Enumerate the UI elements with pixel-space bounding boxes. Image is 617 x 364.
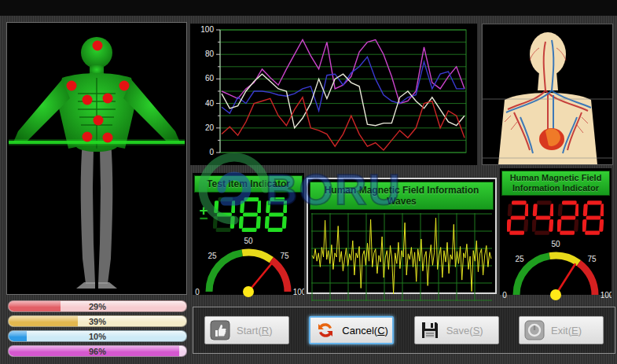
minus-sign: −: [199, 213, 208, 224]
body-xray-image: [7, 23, 186, 294]
svg-text:100: 100: [600, 291, 611, 300]
svg-text:50: 50: [551, 240, 560, 248]
thumb-up-icon: [210, 320, 230, 340]
save-button[interactable]: Save(S): [414, 316, 499, 344]
svg-text:25: 25: [208, 252, 217, 260]
svg-text:75: 75: [280, 252, 289, 260]
svg-text:50: 50: [244, 237, 253, 245]
seven-seg-digit: [582, 200, 604, 236]
svg-text:80: 80: [205, 50, 215, 58]
action-button-bar: Start(R)Cancel(C)Save(S)Exit(E): [193, 307, 615, 354]
progress-bar-3: 10%: [8, 330, 187, 342]
progress-label: 96%: [9, 346, 186, 356]
seven-seg-digit: [532, 200, 553, 236]
hmf-title-line2: Information Indicator: [504, 183, 608, 193]
test-item-value-display: [213, 197, 287, 233]
magnetic-waves-panel: Human Magnetic Field Information Waves: [307, 178, 497, 294]
svg-text:20: 20: [205, 123, 215, 132]
svg-text:75: 75: [587, 255, 597, 263]
green-torso: [13, 37, 180, 152]
button-label: Start(R): [237, 325, 273, 336]
analyzer-window: 020406080100: [0, 0, 617, 364]
hmf-title-line1: Human Magnetic Field: [504, 173, 608, 183]
progress-bars: 29%39%10%96%: [8, 300, 187, 357]
seven-seg-digit: [507, 200, 528, 236]
hmf-indicator-title: Human Magnetic Field Information Indicat…: [501, 171, 610, 196]
button-label: Exit(E): [551, 325, 582, 336]
svg-text:25: 25: [515, 255, 524, 263]
floppy-disk-icon: [420, 320, 440, 340]
svg-text:0: 0: [195, 288, 200, 296]
seven-seg-digit: [265, 197, 287, 233]
svg-text:100: 100: [200, 25, 214, 34]
progress-label: 39%: [9, 316, 186, 326]
svg-text:100: 100: [293, 288, 304, 296]
circulatory-system-image: [483, 24, 612, 164]
test-item-indicator-title: Test Item Indicator: [194, 175, 303, 193]
test-item-gauge: 0255075100: [193, 237, 304, 301]
anatomy-panel: [482, 24, 613, 165]
test-item-indicator-panel: Test Item Indicator + − 0255075100: [193, 173, 304, 295]
sign-indicator: + −: [197, 205, 210, 224]
progress-label: 29%: [9, 301, 186, 311]
body-scan-panel: [6, 22, 187, 295]
hmf-value-display: [507, 200, 604, 236]
start-button[interactable]: Start(R): [204, 316, 289, 344]
seven-seg-digit: [557, 200, 578, 236]
exit-button[interactable]: Exit(E): [519, 316, 604, 344]
svg-text:40: 40: [205, 99, 215, 108]
svg-text:60: 60: [205, 74, 215, 83]
progress-bar-1: 29%: [8, 300, 187, 312]
progress-label: 10%: [9, 331, 186, 341]
hmf-indicator-panel: Human Magnetic Field Information Indicat…: [500, 168, 611, 295]
button-label: Cancel(C): [342, 325, 388, 336]
cancel-button[interactable]: Cancel(C): [309, 316, 394, 344]
progress-bar-4: 96%: [8, 345, 187, 357]
svg-text:0: 0: [502, 291, 507, 300]
trend-chart-panel: 020406080100: [190, 24, 477, 165]
magnetic-waveform: [311, 213, 492, 301]
svg-text:0: 0: [209, 148, 214, 156]
seven-seg-digit: [239, 197, 261, 233]
power-icon: [524, 320, 545, 340]
hmf-gauge: 0255075100: [500, 240, 611, 304]
button-label: Save(S): [446, 325, 483, 336]
trend-chart: 020406080100: [190, 24, 477, 165]
refresh-arrows-icon: [315, 320, 336, 340]
seven-seg-digit: [213, 197, 235, 233]
magnetic-waves-title: Human Magnetic Field Information Waves: [310, 182, 494, 210]
title-bar: [0, 0, 617, 16]
progress-bar-2: 39%: [8, 315, 187, 327]
